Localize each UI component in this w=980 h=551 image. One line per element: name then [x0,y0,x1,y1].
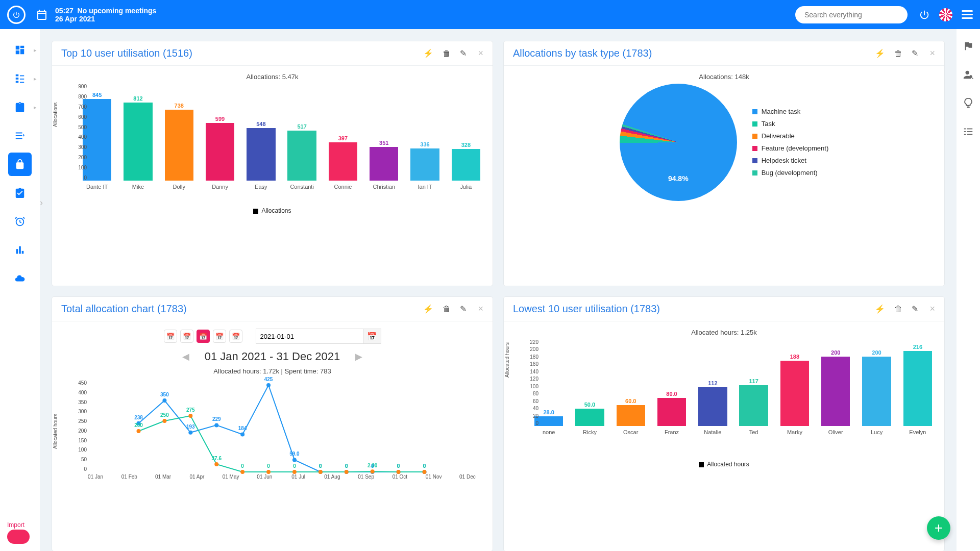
svg-text:37.6: 37.6 [211,456,222,461]
svg-rect-68 [967,134,972,135]
pie-chart: 94.8% [620,84,737,201]
svg-point-52 [318,470,323,474]
svg-rect-5 [16,78,19,80]
nav-hierarchy[interactable]: ▸ [8,67,32,90]
close-icon[interactable]: × [929,304,935,314]
nav-checklist[interactable] [8,124,32,147]
chevron-right-icon: ▸ [34,76,37,82]
period-week-button[interactable]: 📅 [180,330,193,343]
import-widget[interactable]: Import [7,521,30,544]
avatar[interactable] [939,8,952,21]
card-total-allocation: Total allocation chart (1783) ⚡ 🗑 ✎ × 📅 … [52,297,493,551]
period-quarter-button[interactable]: 📅 [213,330,226,343]
period-month-button[interactable]: 📅 [197,330,210,343]
power-button[interactable] [919,9,930,20]
chevron-right-icon: ▸ [34,47,37,54]
add-fab-button[interactable]: + [927,516,950,540]
date-picker-button[interactable]: 📅 [363,329,381,344]
bar-chart: 9008007006005004003002001000 84581273859… [60,84,484,181]
person-search-icon[interactable] [963,69,974,82]
right-rail [957,29,980,551]
close-icon[interactable]: × [478,304,483,314]
y-axis-label: Allocations [53,103,58,127]
clipboard-icon [14,102,26,113]
svg-rect-12 [19,246,21,254]
svg-point-50 [292,470,297,474]
svg-rect-67 [964,134,966,135]
chart-legend: Allocated hours [512,461,936,468]
import-pill [7,530,30,544]
svg-rect-65 [964,131,966,132]
svg-text:250: 250 [160,412,169,418]
svg-rect-0 [16,46,19,49]
nav-cloud[interactable] [8,267,32,290]
topbar: 05:27 No upcoming meetings 26 Apr 2021 [0,0,980,29]
nav-lock[interactable] [8,153,32,176]
pie-dominant-label: 94.8% [668,174,689,183]
line-chart: 450400350300250200150100500 238350193229… [60,380,484,472]
card-top-utilisation: Top 10 user utilisation (1516) ⚡ 🗑 ✎ × A… [52,41,493,286]
card-low-utilisation: Lowest 10 user utilisation (1783) ⚡ 🗑 ✎ … [504,297,944,551]
svg-point-44 [214,462,218,466]
chart-subtitle: Allocated hours: 1.25k [512,329,936,336]
cloud-icon [14,273,26,284]
delete-icon[interactable]: 🗑 [894,305,902,314]
delete-icon[interactable]: 🗑 [443,49,451,58]
svg-text:229: 229 [212,416,221,422]
nav-dashboard[interactable]: ▸ [8,38,32,62]
svg-text:0: 0 [397,463,400,469]
close-icon[interactable]: × [478,48,483,59]
edit-icon[interactable]: ✎ [460,304,467,314]
chevron-right-icon: ▸ [34,104,37,111]
alarm-icon [14,216,26,227]
edit-icon[interactable]: ✎ [912,304,918,314]
import-label: Import [7,521,30,529]
svg-point-58 [397,470,401,474]
bolt-icon[interactable]: ⚡ [875,304,885,314]
chart-subtitle: Allocations: 5.47k [60,73,484,81]
nav-alarm[interactable] [8,210,32,233]
svg-rect-64 [967,129,972,130]
svg-rect-66 [967,131,972,132]
pie-legend: Machine taskTaskDeliverableFeature (deve… [752,106,829,179]
period-day-button[interactable]: 📅 [164,330,177,343]
flag-icon[interactable] [963,40,974,54]
period-year-button[interactable]: 📅 [229,330,242,343]
dashboard-grid: Top 10 user utilisation (1516) ⚡ 🗑 ✎ × A… [40,29,957,551]
search-input[interactable] [803,10,899,19]
bolt-icon[interactable]: ⚡ [423,304,433,314]
bulb-icon[interactable] [963,97,974,111]
bolt-icon[interactable]: ⚡ [875,48,885,58]
svg-text:0: 0 [319,463,322,469]
delete-icon[interactable]: 🗑 [894,49,902,58]
search-box[interactable] [795,6,908,23]
nav-expand-button[interactable]: › [40,197,43,208]
edit-icon[interactable]: ✎ [912,48,918,58]
svg-text:59.0: 59.0 [289,451,300,457]
svg-text:0: 0 [293,463,296,469]
svg-rect-9 [20,82,24,83]
close-icon[interactable]: × [929,48,935,59]
menu-button[interactable] [962,10,973,19]
nav-reports[interactable] [8,238,32,262]
delete-icon[interactable]: 🗑 [443,305,451,314]
calendar-icon[interactable] [36,9,48,21]
svg-point-54 [345,470,349,474]
chart-legend: Allocations [60,207,484,214]
nav-task[interactable] [8,181,32,205]
svg-rect-13 [22,251,24,254]
app-logo[interactable] [7,6,26,24]
svg-point-46 [240,470,244,474]
grid-icon [14,44,26,56]
nav-clipboard[interactable]: ▸ [8,95,32,119]
next-range-button[interactable]: ▶ [352,348,365,365]
edit-icon[interactable]: ✎ [460,48,467,58]
chart-subtitle: Allocated hours: 1.72k | Spent time: 783 [60,367,484,375]
svg-point-24 [266,383,271,387]
date-input[interactable] [256,329,363,344]
prev-range-button[interactable]: ◀ [179,348,192,365]
settings-list-icon[interactable] [963,126,974,139]
svg-point-48 [266,470,271,474]
bolt-icon[interactable]: ⚡ [423,48,433,58]
svg-rect-1 [20,46,24,48]
